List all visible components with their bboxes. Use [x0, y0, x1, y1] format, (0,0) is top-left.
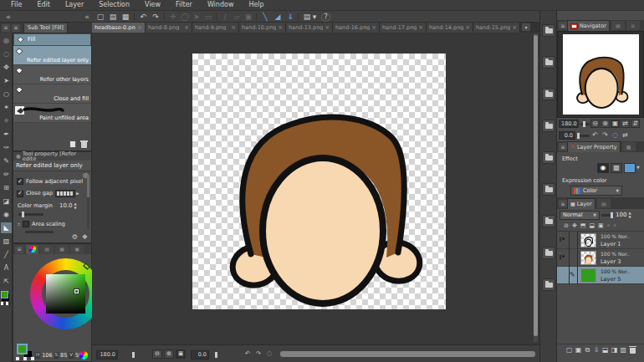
tab-overflow-button[interactable]: ▾	[522, 23, 530, 31]
fill-tool-icon[interactable]: ◣	[1, 222, 12, 233]
close-icon[interactable]: ×	[137, 25, 142, 31]
nav-zoom-out-button[interactable]: ⊖	[590, 120, 600, 128]
swatch-strip-icon[interactable]	[16, 357, 34, 360]
layer-thumbnail[interactable]	[580, 251, 596, 265]
eraser-tool-icon[interactable]: ◪	[1, 196, 12, 206]
eyedropper-tool-icon[interactable]: ✧	[1, 115, 12, 126]
snap-to-special-ruler-button[interactable]: ◢	[272, 12, 284, 22]
lock-alpha-icon[interactable]: ⬓	[589, 223, 595, 229]
merge-down-button[interactable]: ⬓	[601, 346, 610, 355]
area-scaling-slider[interactable]	[25, 231, 54, 233]
brush-tool-icon[interactable]: ✎	[1, 156, 12, 166]
pencil-tool-icon[interactable]: ✑	[1, 142, 12, 153]
visibility-eye-icon[interactable]	[560, 235, 561, 244]
menu-help[interactable]: Help	[241, 2, 271, 8]
area-scaling-row[interactable]: ± . Area scaling	[17, 221, 91, 227]
line-correct-tool-icon[interactable]: ⇱	[1, 276, 12, 287]
undo-button[interactable]: ↶	[137, 12, 149, 22]
checkbox-checked-icon[interactable]: ✓	[17, 191, 23, 197]
checkbox-checked-icon[interactable]: ✓	[17, 178, 23, 185]
nav-zoom-in-button[interactable]: ⊕	[601, 120, 610, 128]
new-file-button[interactable]: ▢	[95, 12, 106, 22]
gradient-tool-icon[interactable]: ▨	[1, 236, 12, 247]
menu-edit[interactable]: Edit	[29, 2, 58, 8]
doc-tab-hand-13[interactable]: hand-13.png×	[286, 23, 333, 33]
dock-material-history-icon[interactable]	[542, 278, 555, 291]
operation-tool-icon[interactable]: ✥	[1, 62, 12, 73]
nav-rotate-right-button[interactable]: ↷	[601, 131, 610, 140]
tab-color-history[interactable]: ▣	[70, 245, 84, 254]
dock-material-color-icon[interactable]	[542, 56, 555, 69]
close-gap-level-widget[interactable]	[55, 190, 75, 197]
doc-tab-headbase-0[interactable]: headbase-0.png*×	[92, 23, 146, 33]
nav-rotate-left-button[interactable]: ↶	[590, 131, 600, 140]
panel-menu2-icon[interactable]: ≡	[12, 24, 20, 32]
navigator-rotation-slider[interactable]	[576, 135, 590, 137]
menu-layer[interactable]: Layer	[58, 2, 91, 8]
doc-tab-hand-14[interactable]: hand-14.png×	[427, 23, 473, 33]
collapse-panel-icon[interactable]: «	[81, 12, 93, 22]
tab-color-slider[interactable]: ▦	[55, 245, 69, 254]
visibility-eye-icon[interactable]	[560, 252, 561, 262]
doc-tab-hand-17[interactable]: hand-17.png×	[380, 23, 427, 33]
rotation-value[interactable]: 0.0	[191, 350, 209, 359]
save-button[interactable]: ▦	[120, 12, 131, 22]
tool-property-header[interactable]: ●Tool property [Refer edite	[13, 152, 91, 161]
new-folder-button[interactable]: ⧉	[584, 346, 592, 355]
reset-rotation-button[interactable]: ◌	[264, 349, 274, 359]
add-subtool-button[interactable]	[69, 140, 76, 148]
panel-menu-icon[interactable]: ≡	[2, 24, 10, 32]
saturation-value-square[interactable]	[46, 274, 85, 314]
zoom-in-button[interactable]: ⊕	[164, 349, 174, 359]
close-icon[interactable]: ×	[465, 25, 470, 31]
dock-quick-access-icon[interactable]	[542, 24, 555, 37]
border-effect-button[interactable]: ◉	[597, 163, 609, 173]
spinner-icon[interactable]: ▲▼	[74, 202, 77, 210]
doc-tab-hand-15[interactable]: hand-15.png*×	[473, 23, 520, 33]
close-icon[interactable]: ×	[512, 25, 517, 31]
doc-tab-hand-9[interactable]: hand-9.png×	[192, 23, 239, 33]
pen-tool-icon[interactable]: ✒	[1, 129, 12, 140]
help-button[interactable]: ?	[321, 13, 330, 22]
tab-color-wheel[interactable]	[26, 245, 38, 254]
tab-color-set[interactable]: ▤	[40, 245, 54, 254]
blend-tool-icon[interactable]: ◉	[1, 209, 12, 220]
airbrush-tool-icon[interactable]: ✏	[1, 169, 12, 180]
subtool-refer-edited[interactable]: Refer edited layer only	[13, 46, 91, 65]
pin-icon[interactable]: ✥	[572, 223, 577, 229]
close-icon[interactable]: ×	[278, 25, 283, 31]
expand-icon[interactable]: ▶	[76, 191, 79, 196]
opacity-spinner-icon[interactable]: ▲▼	[628, 212, 631, 219]
text-tool-icon[interactable]: A	[1, 263, 12, 273]
tab-information[interactable]: ≡	[626, 21, 640, 30]
doc-tab-hand-8[interactable]: hand-8.png×	[146, 23, 192, 33]
rotate-left-button[interactable]: ↶	[243, 349, 253, 359]
tab-layer[interactable]: ▦ Layer	[567, 198, 595, 209]
figure-tool-icon[interactable]: ╱	[1, 249, 12, 260]
main-color-swatch[interactable]	[17, 344, 28, 354]
tab-animation[interactable]: ▩	[622, 142, 636, 151]
menu-file[interactable]: File	[3, 2, 29, 8]
canvas-area[interactable]	[92, 33, 539, 344]
gear-icon[interactable]: ⚙	[72, 234, 78, 241]
workspace-dropdown-arrow-icon[interactable]: ▾	[311, 12, 318, 22]
subtool-refer-other[interactable]: Refer other layers	[13, 65, 91, 84]
color-wheel-icon[interactable]	[79, 351, 88, 359]
close-icon[interactable]: ×	[418, 25, 423, 31]
doc-tab-hand-10[interactable]: hand-10.png×	[239, 23, 286, 33]
opacity-slider[interactable]	[601, 214, 614, 217]
scrollbar[interactable]	[87, 176, 89, 229]
clip-icon[interactable]: ▣	[598, 223, 604, 229]
panel-menu-icon[interactable]: ≡	[559, 200, 567, 207]
fit-to-screen-button[interactable]: ▣	[176, 349, 186, 359]
dock-material-pose-icon[interactable]	[542, 215, 555, 227]
color-margin-slider[interactable]	[18, 213, 43, 216]
expression-color-dropdown[interactable]: Color ▼	[570, 186, 622, 196]
horizontal-scrollbar[interactable]	[280, 351, 535, 357]
dock-material-monochrome-icon[interactable]	[542, 88, 555, 100]
close-icon[interactable]: ×	[371, 25, 376, 31]
menu-selection[interactable]: Selection	[91, 2, 137, 8]
follow-adjacent-pixel-row[interactable]: ✓ Follow adjacent pixel	[17, 178, 91, 185]
new-vector-layer-button[interactable]: ▣	[575, 346, 583, 355]
zoom-out-button[interactable]: ⊖	[152, 349, 162, 359]
